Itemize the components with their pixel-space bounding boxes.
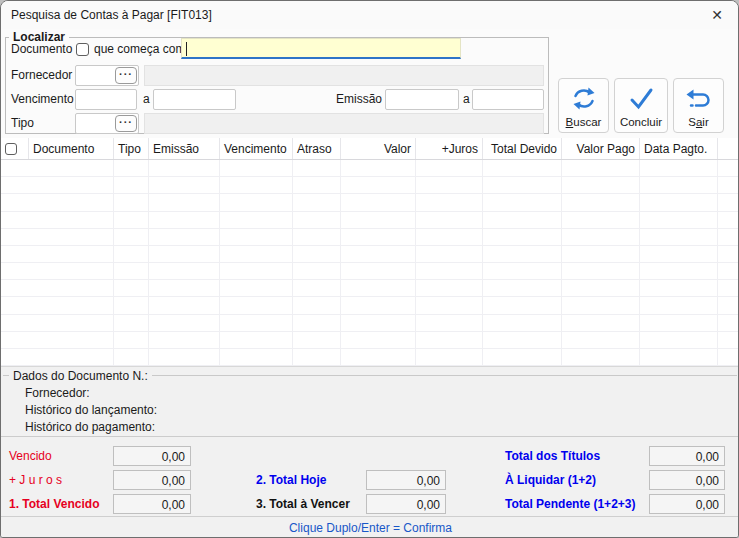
check-icon: [626, 84, 656, 114]
table-cell: [114, 349, 149, 365]
column-header: [1, 138, 29, 159]
vencido-value: 0,00: [113, 446, 191, 466]
table-cell: [114, 177, 149, 193]
ellipsis-icon: ···: [119, 116, 133, 128]
table-cell: [114, 229, 149, 245]
column-header: +Juros: [416, 138, 483, 159]
select-all-checkbox[interactable]: [5, 143, 17, 155]
table-cell: [562, 160, 640, 176]
table-cell: [149, 194, 220, 210]
table-row[interactable]: [1, 177, 739, 194]
table-row[interactable]: [1, 229, 739, 246]
total-titulos-value: 0,00: [649, 446, 725, 466]
table-cell: [293, 297, 341, 313]
table-row[interactable]: [1, 246, 739, 263]
total-hoje-label: 2. Total Hoje: [256, 473, 326, 487]
table-cell: [1, 280, 114, 296]
document-details-section: Dados do Documento N.: Fornecedor: Histó…: [1, 366, 739, 437]
table-cell: [483, 315, 562, 331]
concluir-button[interactable]: Concluir: [614, 78, 668, 133]
table-cell: [416, 212, 483, 228]
table-cell: [640, 177, 718, 193]
table-cell: [483, 177, 562, 193]
table-cell: [220, 280, 293, 296]
starts-with-label: que começa com: [94, 42, 185, 56]
table-cell: [718, 194, 739, 210]
emissao-from-input[interactable]: [385, 89, 459, 110]
table-cell: [341, 177, 416, 193]
table-cell: [718, 212, 739, 228]
table-row[interactable]: [1, 297, 739, 314]
table-cell: [1, 194, 114, 210]
table-cell: [483, 229, 562, 245]
table-cell: [341, 263, 416, 279]
table-cell: [562, 194, 640, 210]
table-cell: [220, 160, 293, 176]
column-header-label: Data Pagto.: [644, 142, 707, 156]
table-cell: [114, 315, 149, 331]
table-cell: [483, 263, 562, 279]
column-header: Valor Pago: [562, 138, 640, 159]
table-cell: [640, 315, 718, 331]
table-cell: [293, 263, 341, 279]
table-row[interactable]: [1, 212, 739, 229]
return-arrow-icon: [684, 84, 714, 114]
close-button[interactable]: ✕: [705, 5, 729, 25]
column-header: Vencimento: [220, 138, 293, 159]
column-header-label: Documento: [33, 142, 94, 156]
column-header: Data Pagto.: [640, 138, 718, 159]
titlebar[interactable]: Pesquisa de Contas à Pagar [FIT013] ✕: [1, 1, 738, 29]
table-cell: [341, 297, 416, 313]
documento-input[interactable]: [181, 38, 461, 59]
tipo-label: Tipo: [11, 116, 34, 130]
fornecedor-browse-button[interactable]: ···: [115, 67, 137, 84]
emissao-to-input[interactable]: [472, 89, 544, 110]
table-cell: [114, 297, 149, 313]
table-cell: [1, 160, 114, 176]
table-cell: [149, 212, 220, 228]
table-cell: [149, 315, 220, 331]
table-cell: [293, 160, 341, 176]
table-cell: [341, 194, 416, 210]
table-row[interactable]: [1, 332, 739, 349]
total-a-vencer-value: 0,00: [366, 494, 446, 514]
buscar-button[interactable]: Buscar: [558, 78, 609, 133]
table-row[interactable]: [1, 160, 739, 177]
sair-button[interactable]: Sair: [673, 78, 724, 133]
tipo-name-field: [144, 113, 544, 134]
column-header: Atraso: [293, 138, 341, 159]
table-row[interactable]: [1, 194, 739, 211]
tipo-browse-button[interactable]: ···: [115, 115, 137, 132]
concluir-label: Concluir: [615, 116, 667, 128]
table-cell: [293, 349, 341, 365]
table-cell: [114, 332, 149, 348]
table-cell: [341, 212, 416, 228]
vencido-label: Vencido: [9, 449, 52, 463]
table-cell: [1, 315, 114, 331]
table-cell: [640, 212, 718, 228]
table-cell: [483, 332, 562, 348]
table-cell: [341, 229, 416, 245]
table-row[interactable]: [1, 315, 739, 332]
table-cell: [1, 349, 114, 365]
table-cell: [149, 297, 220, 313]
vencimento-from-input[interactable]: [75, 89, 137, 110]
dialog-window: Pesquisa de Contas à Pagar [FIT013] ✕ Lo…: [0, 0, 739, 538]
table-cell: [149, 160, 220, 176]
table-cell: [562, 229, 640, 245]
sair-label: Sair: [674, 116, 723, 128]
column-header-label: Atraso: [297, 142, 332, 156]
table-row[interactable]: [1, 263, 739, 280]
table-cell: [1, 212, 114, 228]
details-historico-lancamento-label: Histórico do lançamento:: [25, 403, 157, 417]
table-cell: [341, 349, 416, 365]
table-row[interactable]: [1, 280, 739, 297]
total-vencido-value: 0,00: [113, 494, 191, 514]
table-cell: [416, 332, 483, 348]
starts-with-checkbox[interactable]: [76, 43, 89, 56]
table-row[interactable]: [1, 349, 739, 366]
total-titulos-label: Total dos Títulos: [505, 449, 600, 463]
vencimento-to-input[interactable]: [153, 89, 236, 110]
close-icon: ✕: [711, 7, 723, 23]
table-cell: [640, 229, 718, 245]
